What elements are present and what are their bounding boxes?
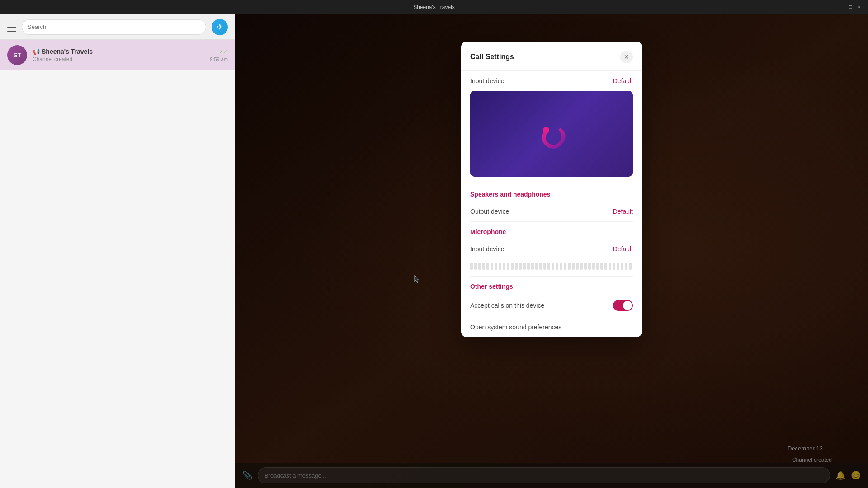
volume-seg-13: [519, 263, 522, 270]
volume-seg-2: [474, 263, 477, 270]
microphone-section-heading: Microphone: [461, 222, 642, 239]
volume-seg-4: [482, 263, 485, 270]
volume-seg-30: [588, 263, 591, 270]
volume-seg-3: [478, 263, 481, 270]
sidebar-top-bar: ✈: [0, 14, 235, 40]
avatar: ST: [7, 45, 27, 65]
maximize-button[interactable]: ⧠: [848, 5, 854, 10]
main-layout: ✈ ST 📢 Sheena's Travels Channel created …: [0, 14, 868, 488]
mic-input-device-label: Input device: [470, 245, 505, 253]
accept-calls-toggle-row: Accept calls on this device: [461, 294, 642, 317]
volume-seg-24: [564, 263, 566, 270]
volume-seg-12: [515, 263, 518, 270]
output-device-value[interactable]: Default: [613, 208, 633, 215]
volume-seg-19: [543, 263, 546, 270]
megaphone-icon: 📢: [33, 48, 40, 55]
input-device-row: Input device Default: [461, 71, 642, 91]
output-device-label: Output device: [470, 208, 509, 215]
open-sound-prefs-link[interactable]: Open system sound preferences: [461, 317, 642, 337]
volume-seg-34: [604, 263, 607, 270]
volume-seg-21: [552, 263, 554, 270]
modal-body: Input device Default: [461, 71, 642, 337]
channel-list-item[interactable]: ST 📢 Sheena's Travels Channel created ✓✓…: [0, 40, 235, 70]
speakers-section-heading: Speakers and headphones: [461, 184, 642, 202]
volume-seg-1: [470, 263, 473, 270]
channel-meta: ✓✓ 9:59 am: [210, 48, 228, 62]
search-input[interactable]: [28, 23, 200, 30]
volume-seg-16: [531, 263, 534, 270]
modal-header: Call Settings ✕: [461, 42, 642, 71]
volume-seg-6: [491, 263, 493, 270]
volume-seg-11: [511, 263, 514, 270]
mic-input-device-value[interactable]: Default: [613, 245, 633, 253]
volume-seg-18: [539, 263, 542, 270]
volume-seg-15: [527, 263, 530, 270]
search-bar[interactable]: [22, 19, 206, 35]
volume-seg-8: [499, 263, 501, 270]
volume-seg-25: [568, 263, 571, 270]
content-area: Sheena's Travels 🔍 📹 ⊞ ⋮ December 12 Cha…: [235, 14, 868, 488]
title-bar-title: Sheena's Travels: [413, 4, 455, 10]
telegram-logo-preview: [533, 116, 570, 152]
telegram-logo-icon: ✈: [212, 19, 228, 35]
input-device-value[interactable]: Default: [613, 77, 633, 84]
check-icon: ✓✓: [219, 48, 228, 55]
volume-seg-23: [560, 263, 562, 270]
channel-last-message: Channel created: [33, 56, 204, 62]
volume-bar-container: [461, 259, 642, 276]
title-bar: Sheena's Travels − ⧠ ✕: [0, 0, 868, 14]
volume-seg-7: [495, 263, 497, 270]
volume-seg-33: [600, 263, 603, 270]
volume-seg-37: [617, 263, 619, 270]
volume-seg-5: [486, 263, 489, 270]
channel-time: 9:59 am: [210, 56, 228, 62]
output-device-row: Output device Default: [461, 202, 642, 221]
app-window: Sheena's Travels − ⧠ ✕ ✈ ST: [0, 0, 868, 488]
volume-seg-29: [584, 263, 587, 270]
input-device-label: Input device: [470, 77, 505, 84]
toggle-knob: [623, 301, 632, 310]
channel-info: 📢 Sheena's Travels Channel created: [33, 48, 204, 62]
volume-seg-38: [621, 263, 623, 270]
volume-seg-22: [556, 263, 558, 270]
volume-bar: [470, 263, 633, 270]
volume-seg-31: [592, 263, 595, 270]
volume-seg-28: [580, 263, 583, 270]
accept-calls-toggle[interactable]: [613, 300, 633, 311]
volume-seg-20: [547, 263, 550, 270]
call-settings-modal: Call Settings ✕ Input device Default: [461, 42, 642, 337]
volume-seg-35: [609, 263, 611, 270]
volume-seg-26: [572, 263, 575, 270]
hamburger-icon[interactable]: [7, 23, 16, 32]
volume-seg-39: [625, 263, 627, 270]
other-settings-heading: Other settings: [461, 277, 642, 294]
close-window-button[interactable]: ✕: [857, 5, 863, 10]
minimize-button[interactable]: −: [839, 5, 844, 10]
mic-input-device-row: Input device Default: [461, 239, 642, 259]
volume-seg-32: [596, 263, 599, 270]
volume-seg-17: [535, 263, 538, 270]
modal-title: Call Settings: [470, 53, 514, 61]
volume-seg-9: [503, 263, 505, 270]
volume-seg-27: [576, 263, 579, 270]
volume-seg-14: [523, 263, 526, 270]
channel-name: 📢 Sheena's Travels: [33, 48, 204, 55]
volume-seg-36: [613, 263, 615, 270]
accept-calls-label: Accept calls on this device: [470, 302, 544, 309]
modal-close-button[interactable]: ✕: [620, 51, 633, 63]
title-bar-controls: − ⧠ ✕: [839, 5, 863, 10]
modal-overlay: Call Settings ✕ Input device Default: [235, 14, 868, 488]
volume-seg-10: [507, 263, 509, 270]
volume-seg-40: [629, 263, 632, 270]
sidebar: ✈ ST 📢 Sheena's Travels Channel created …: [0, 14, 235, 488]
video-preview: [470, 91, 633, 177]
